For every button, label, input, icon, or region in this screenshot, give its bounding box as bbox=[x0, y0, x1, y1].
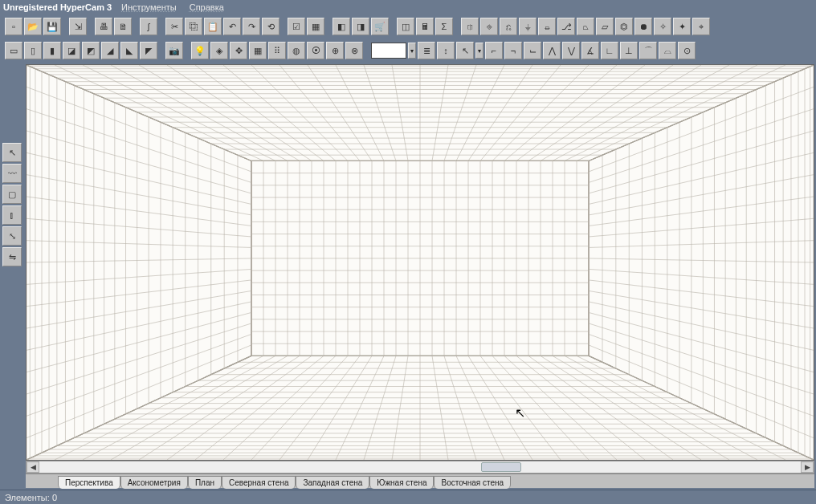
snap-4-button[interactable]: ⋀ bbox=[543, 42, 561, 59]
rect-tool-button[interactable]: ▢ bbox=[2, 185, 22, 204]
mod-3-button[interactable]: ⎌ bbox=[500, 18, 517, 35]
mod-9-button[interactable]: ⏣ bbox=[615, 18, 633, 35]
mod-12-button[interactable]: ✦ bbox=[673, 18, 691, 35]
snap-6-icon: ∡ bbox=[586, 46, 594, 56]
print-button[interactable]: 🖶 bbox=[95, 18, 112, 35]
wall-tool-button[interactable]: ⫿ bbox=[2, 205, 22, 225]
tab-east[interactable]: Восточная стена bbox=[434, 476, 511, 489]
snap-9-button[interactable]: ⌒ bbox=[639, 42, 657, 59]
pick-1-button[interactable]: ↕ bbox=[437, 42, 455, 59]
mod-4-button[interactable]: ⏚ bbox=[519, 18, 537, 35]
target-1-button[interactable]: ⊕ bbox=[326, 42, 344, 59]
scroll-left-arrow[interactable]: ◀ bbox=[27, 461, 39, 473]
script-button[interactable]: ∫ bbox=[140, 18, 157, 35]
toggle-a-button[interactable]: ◧ bbox=[333, 18, 350, 35]
snap-1-button[interactable]: ⌐ bbox=[485, 42, 503, 59]
svg-line-209 bbox=[589, 258, 814, 262]
tab-axonometry[interactable]: Аксонометрия bbox=[120, 476, 188, 489]
snap-9-icon: ⌒ bbox=[644, 45, 653, 57]
mod-5-button[interactable]: ⏛ bbox=[538, 18, 556, 35]
view-angle-2-button[interactable]: ◣ bbox=[120, 42, 138, 59]
arrows-button[interactable]: ✥ bbox=[230, 42, 247, 59]
scroll-thumb[interactable] bbox=[481, 462, 521, 472]
view-box-2-button[interactable]: ▯ bbox=[24, 42, 42, 59]
view-box-1-button[interactable]: ▭ bbox=[5, 42, 22, 59]
toggle-store-button[interactable]: 🛒 bbox=[371, 18, 389, 35]
grid-toggle-button[interactable]: ▦ bbox=[249, 42, 267, 59]
save-file-button[interactable]: 💾 bbox=[43, 18, 61, 35]
sigma-button[interactable]: Σ bbox=[435, 18, 453, 35]
target-3-button[interactable]: ⊙ bbox=[678, 42, 696, 59]
view-box-3-button[interactable]: ▮ bbox=[43, 42, 61, 59]
tab-perspective[interactable]: Перспектива bbox=[58, 476, 120, 489]
cam-button[interactable]: 📷 bbox=[165, 42, 183, 59]
mirror-tool-button[interactable]: ⇋ bbox=[2, 247, 22, 266]
mod-11-button[interactable]: ✧ bbox=[654, 18, 671, 35]
view-box-5-button[interactable]: ◩ bbox=[82, 42, 100, 59]
curve-tool-button[interactable]: 〰 bbox=[2, 164, 22, 183]
open-file-button[interactable]: 📂 bbox=[24, 18, 42, 35]
snap-10-button[interactable]: ⌓ bbox=[659, 42, 676, 59]
toggle-b-button[interactable]: ◨ bbox=[352, 18, 369, 35]
color-swatch[interactable] bbox=[371, 43, 406, 59]
calc-button[interactable]: 🖩 bbox=[416, 18, 434, 35]
scroll-right-arrow[interactable]: ▶ bbox=[801, 461, 814, 473]
tag-icon: ◈ bbox=[216, 46, 222, 56]
mod-8-button[interactable]: ⏥ bbox=[596, 18, 614, 35]
scroll-track[interactable] bbox=[39, 461, 801, 473]
scale-tool-button[interactable]: ⤡ bbox=[2, 226, 22, 246]
svg-line-124 bbox=[468, 65, 532, 161]
layers-button[interactable]: ≣ bbox=[418, 42, 435, 59]
svg-line-161 bbox=[27, 131, 251, 193]
cut-button[interactable]: ✂ bbox=[165, 18, 183, 35]
undo-icon: ↶ bbox=[229, 22, 236, 32]
opts-button[interactable]: ☑ bbox=[288, 18, 305, 35]
svg-line-204 bbox=[589, 152, 814, 204]
globe-wire-button[interactable]: ⦿ bbox=[307, 42, 324, 59]
dropdown-icon[interactable]: ▾ bbox=[475, 43, 483, 59]
snap-8-button[interactable]: ⊥ bbox=[620, 42, 638, 59]
cube-a-button[interactable]: ◫ bbox=[397, 18, 414, 35]
tab-west[interactable]: Западная стена bbox=[296, 476, 369, 489]
print-preview-button[interactable]: 🗎 bbox=[114, 18, 132, 35]
dropdown-icon[interactable]: ▾ bbox=[408, 43, 416, 59]
snap-3-button[interactable]: ⌙ bbox=[524, 42, 541, 59]
grid-dot-button[interactable]: ⠿ bbox=[268, 42, 286, 59]
viewport-perspective[interactable]: ↖ bbox=[26, 64, 814, 461]
pick-arrow-button[interactable]: ↖ bbox=[456, 42, 474, 59]
snap-5-button[interactable]: ⋁ bbox=[562, 42, 580, 59]
save-as-button[interactable]: ⇲ bbox=[69, 18, 87, 35]
redo-all-button[interactable]: ⟲ bbox=[262, 18, 279, 35]
view-angle-3-button[interactable]: ◤ bbox=[140, 42, 157, 59]
redo-button[interactable]: ↷ bbox=[243, 18, 260, 35]
snap-6-button[interactable]: ∡ bbox=[581, 42, 599, 59]
mod-7-button[interactable]: ⏢ bbox=[577, 18, 594, 35]
paste-button[interactable]: 📋 bbox=[204, 18, 222, 35]
mod-13-button[interactable]: ⌖ bbox=[692, 18, 710, 35]
target-2-button[interactable]: ⊗ bbox=[345, 42, 363, 59]
menu-help[interactable]: Справка bbox=[186, 2, 227, 12]
view-angle-1-button[interactable]: ◢ bbox=[101, 42, 119, 59]
snap-2-button[interactable]: ¬ bbox=[504, 42, 522, 59]
tab-south[interactable]: Южная стена bbox=[369, 476, 434, 489]
mod-10-button[interactable]: ⏺ bbox=[634, 18, 652, 35]
tab-plan[interactable]: План bbox=[188, 476, 222, 489]
tab-north[interactable]: Северная стена bbox=[222, 476, 296, 489]
view-box-4-button[interactable]: ◪ bbox=[63, 42, 80, 59]
menu-tools[interactable]: Инструменты bbox=[118, 2, 180, 12]
viewport-wrap: ↖ ◀ ▶ ПерспективаАксонометрияПланСеверна… bbox=[26, 64, 814, 488]
copy-button[interactable]: ⿻ bbox=[185, 18, 202, 35]
snap-8-icon: ⊥ bbox=[625, 46, 633, 56]
snap-7-button[interactable]: ∟ bbox=[601, 42, 618, 59]
bulb-button[interactable]: 💡 bbox=[191, 42, 209, 59]
cursor-button[interactable]: ↖ bbox=[2, 143, 22, 162]
new-file-button[interactable]: ▫ bbox=[5, 18, 22, 35]
globe-1-button[interactable]: ◍ bbox=[288, 42, 305, 59]
horizontal-scrollbar[interactable]: ◀ ▶ bbox=[26, 461, 814, 474]
tag-button[interactable]: ◈ bbox=[210, 42, 228, 59]
mod-2-button[interactable]: ⎆ bbox=[480, 18, 498, 35]
mod-6-button[interactable]: ⎇ bbox=[557, 18, 575, 35]
undo-button[interactable]: ↶ bbox=[223, 18, 241, 35]
mod-1-button[interactable]: ⎅ bbox=[461, 18, 479, 35]
window-opts-button[interactable]: ▦ bbox=[307, 18, 324, 35]
